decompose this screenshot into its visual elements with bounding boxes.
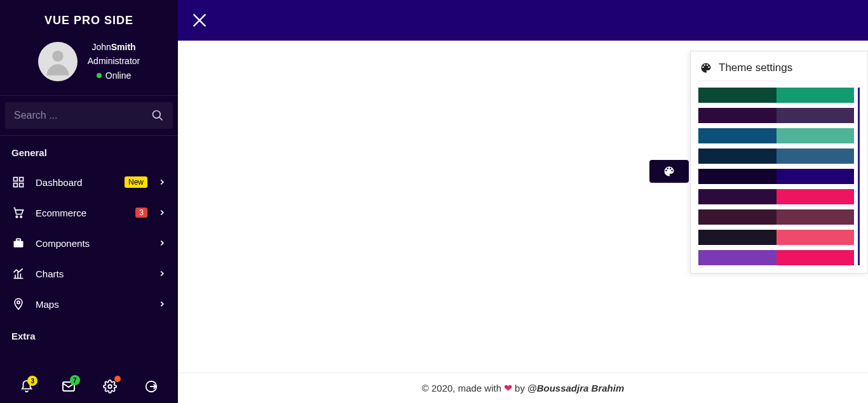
app-logo: VUE PRO SIDE — [0, 0, 178, 34]
notification-count-badge: 3 — [27, 376, 37, 386]
footer-copyright: © 2020, made with — [422, 383, 501, 393]
theme-option[interactable] — [698, 108, 854, 123]
sidebar-item-label: Dashboard — [36, 177, 114, 188]
search-icon[interactable] — [151, 109, 164, 122]
user-info: JohnSmith Administrator Online — [88, 40, 140, 83]
dashboard-icon — [11, 176, 25, 188]
topbar — [178, 0, 868, 41]
sidebar-item-dashboard[interactable]: Dashboard New — [0, 167, 178, 197]
theme-toggle-button[interactable] — [649, 160, 689, 183]
user-status: Online — [88, 69, 140, 83]
palette-icon — [700, 62, 712, 74]
svg-rect-4 — [20, 178, 24, 182]
status-indicator-icon — [97, 73, 102, 78]
briefcase-icon — [11, 237, 25, 249]
svg-rect-9 — [14, 241, 24, 248]
svg-point-0 — [52, 50, 63, 61]
chevron-right-icon — [158, 208, 166, 217]
svg-rect-3 — [14, 178, 18, 182]
section-general: General — [0, 147, 178, 167]
footer-by: by — [515, 383, 525, 393]
theme-option[interactable] — [698, 149, 854, 164]
sidebar-footer: 3 7 — [0, 370, 178, 403]
close-icon[interactable] — [191, 11, 208, 29]
theme-option[interactable] — [698, 189, 854, 204]
theme-option[interactable] — [698, 128, 854, 143]
chevron-right-icon — [158, 300, 166, 308]
chevron-right-icon — [158, 269, 166, 278]
user-first-name: John — [92, 42, 111, 52]
theme-option[interactable] — [698, 88, 854, 103]
avatar[interactable] — [38, 42, 78, 81]
sidebar-item-label: Components — [36, 238, 147, 249]
settings-button[interactable] — [103, 380, 117, 393]
theme-option[interactable] — [698, 169, 854, 184]
sidebar-item-label: Charts — [36, 268, 147, 279]
svg-rect-6 — [20, 183, 24, 187]
settings-alert-dot — [114, 376, 121, 382]
cart-icon — [11, 206, 25, 219]
svg-point-1 — [153, 111, 161, 119]
theme-options-list — [698, 88, 860, 265]
sidebar: VUE PRO SIDE JohnSmith Administrator Onl… — [0, 0, 178, 403]
theme-option[interactable] — [698, 209, 854, 225]
svg-point-17 — [109, 385, 112, 388]
user-status-text: Online — [105, 69, 131, 83]
user-last-name: Smith — [111, 42, 136, 52]
sidebar-item-components[interactable]: Components — [0, 228, 178, 258]
search-input[interactable] — [14, 110, 151, 121]
theme-option[interactable] — [698, 250, 854, 265]
svg-line-2 — [159, 117, 163, 121]
theme-settings-panel: Theme settings — [690, 51, 868, 274]
badge-new: New — [125, 176, 147, 188]
messages-button[interactable]: 7 — [61, 379, 76, 394]
svg-rect-5 — [14, 183, 18, 187]
notifications-button[interactable]: 3 — [20, 380, 34, 393]
menu: General Dashboard New Ecommerce 3 — [0, 136, 178, 370]
svg-point-15 — [17, 301, 20, 304]
theme-option[interactable] — [698, 230, 854, 245]
sidebar-item-ecommerce[interactable]: Ecommerce 3 — [0, 197, 178, 228]
sidebar-item-maps[interactable]: Maps — [0, 289, 178, 319]
user-block: JohnSmith Administrator Online — [0, 34, 178, 95]
map-pin-icon — [11, 298, 25, 310]
sidebar-item-label: Ecommerce — [36, 208, 125, 218]
page-footer: © 2020, made with ❤ by @Boussadjra Brahi… — [178, 373, 868, 403]
chevron-right-icon — [158, 239, 166, 248]
theme-panel-header: Theme settings — [698, 59, 860, 81]
svg-point-7 — [16, 216, 18, 218]
footer-credit: @Boussadjra Brahim — [527, 383, 624, 393]
sidebar-item-label: Maps — [36, 299, 147, 310]
search-input-wrapper[interactable] — [5, 102, 173, 129]
theme-panel-title: Theme settings — [719, 62, 792, 74]
section-extra: Extra — [0, 319, 178, 350]
svg-rect-10 — [17, 239, 21, 241]
message-count-badge: 7 — [70, 375, 80, 385]
divider — [698, 81, 860, 81]
badge-count: 3 — [135, 208, 147, 218]
logout-button[interactable] — [144, 380, 158, 393]
user-role: Administrator — [88, 54, 140, 68]
chevron-right-icon — [158, 178, 166, 187]
chart-icon — [11, 267, 25, 280]
heart-icon: ❤ — [501, 382, 515, 394]
svg-point-8 — [20, 216, 22, 218]
sidebar-item-charts[interactable]: Charts — [0, 258, 178, 289]
